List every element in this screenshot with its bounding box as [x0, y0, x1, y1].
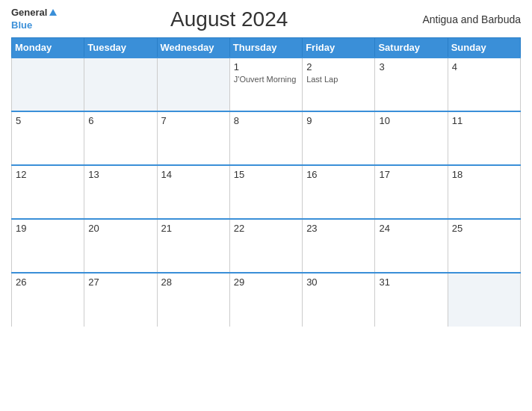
day-cell: 30 — [303, 273, 375, 327]
day-cell — [448, 273, 520, 327]
country-name: Antigua and Barbuda — [401, 13, 521, 25]
day-cell: 3 — [375, 58, 448, 111]
day-cell: 1J'Ouvert Morning — [229, 58, 302, 111]
day-number: 6 — [88, 115, 152, 126]
calendar-container: General Blue August 2024 Antigua and Bar… — [0, 0, 532, 411]
day-cell: 25 — [448, 219, 520, 273]
event-text: Last Lap — [306, 74, 371, 84]
day-number: 9 — [306, 115, 371, 126]
day-number: 19 — [16, 223, 80, 234]
day-number: 8 — [234, 115, 298, 126]
week-row-5: 262728293031 — [12, 273, 521, 327]
day-number: 22 — [234, 223, 298, 234]
day-cell: 26 — [12, 273, 84, 327]
day-cell: 12 — [12, 165, 84, 219]
week-row-4: 19202122232425 — [12, 219, 521, 273]
day-cell: 17 — [375, 165, 448, 219]
header-wednesday: Wednesday — [157, 38, 229, 58]
day-number: 17 — [379, 169, 443, 180]
day-cell: 7 — [157, 111, 229, 165]
day-number: 31 — [379, 276, 443, 288]
day-number: 4 — [452, 61, 516, 72]
week-row-2: 567891011 — [12, 111, 521, 165]
day-cell: 11 — [448, 111, 520, 165]
day-cell: 2Last Lap — [303, 58, 375, 111]
day-number: 1 — [234, 61, 298, 72]
day-number: 25 — [452, 223, 516, 234]
weekday-header-row: Monday Tuesday Wednesday Thursday Friday… — [12, 38, 521, 58]
day-cell: 14 — [157, 165, 229, 219]
day-number: 3 — [379, 61, 443, 72]
day-cell: 28 — [157, 273, 229, 327]
day-cell: 5 — [12, 111, 84, 165]
day-cell: 10 — [375, 111, 448, 165]
header-friday: Friday — [303, 38, 375, 58]
logo: General Blue — [11, 7, 57, 31]
week-row-1: 1J'Ouvert Morning2Last Lap34 — [12, 58, 521, 111]
day-number: 15 — [234, 169, 298, 180]
week-row-3: 12131415161718 — [12, 165, 521, 219]
day-number: 13 — [88, 169, 152, 180]
day-cell: 6 — [84, 111, 157, 165]
day-number: 28 — [161, 276, 226, 288]
day-cell: 21 — [157, 219, 229, 273]
day-cell: 27 — [84, 273, 157, 327]
day-cell: 15 — [229, 165, 302, 219]
header-thursday: Thursday — [229, 38, 302, 58]
day-cell: 8 — [229, 111, 302, 165]
day-number: 18 — [452, 169, 516, 180]
day-cell: 24 — [375, 219, 448, 273]
header-saturday: Saturday — [375, 38, 448, 58]
day-number: 14 — [161, 169, 226, 180]
day-cell: 20 — [84, 219, 157, 273]
day-cell — [157, 58, 229, 111]
day-number: 23 — [306, 223, 371, 234]
day-cell: 18 — [448, 165, 520, 219]
logo-triangle-icon — [49, 9, 57, 16]
day-number: 21 — [161, 223, 226, 234]
day-cell — [12, 58, 84, 111]
day-cell: 4 — [448, 58, 520, 111]
calendar-table: Monday Tuesday Wednesday Thursday Friday… — [11, 37, 521, 327]
day-number: 26 — [16, 276, 80, 288]
day-number: 12 — [16, 169, 80, 180]
day-cell: 23 — [303, 219, 375, 273]
day-cell: 29 — [229, 273, 302, 327]
day-number: 27 — [88, 276, 152, 288]
day-number: 7 — [161, 115, 226, 126]
day-number: 11 — [452, 115, 516, 126]
day-number: 30 — [306, 276, 371, 288]
day-cell: 19 — [12, 219, 84, 273]
calendar-header: General Blue August 2024 Antigua and Bar… — [11, 7, 521, 31]
day-cell: 16 — [303, 165, 375, 219]
day-cell — [84, 58, 157, 111]
day-number: 2 — [306, 61, 371, 72]
header-sunday: Sunday — [448, 38, 520, 58]
event-text: J'Ouvert Morning — [234, 74, 298, 84]
header-tuesday: Tuesday — [84, 38, 157, 58]
logo-general-text: General — [11, 7, 47, 18]
day-cell: 22 — [229, 219, 302, 273]
logo-blue-text: Blue — [11, 19, 32, 31]
day-number: 10 — [379, 115, 443, 126]
day-number: 29 — [234, 276, 298, 288]
day-number: 5 — [16, 115, 80, 126]
day-cell: 31 — [375, 273, 448, 327]
day-cell: 13 — [84, 165, 157, 219]
header-monday: Monday — [12, 38, 84, 58]
month-title: August 2024 — [57, 7, 401, 31]
day-number: 16 — [306, 169, 371, 180]
day-number: 20 — [88, 223, 152, 234]
day-number: 24 — [379, 223, 443, 234]
day-cell: 9 — [303, 111, 375, 165]
